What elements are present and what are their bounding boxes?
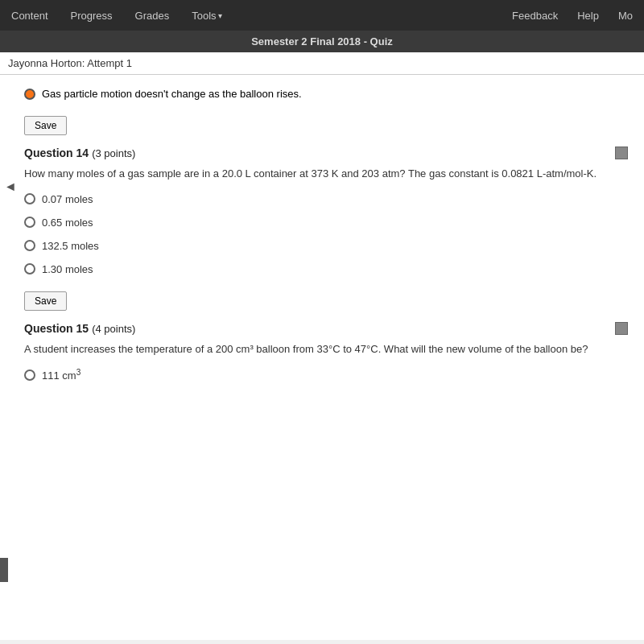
question-15-option-1[interactable]: 111 cm3 [24, 368, 628, 382]
top-navigation: Content Progress Grades Tools ▾ Feedback… [0, 0, 644, 31]
option-label: 0.07 moles [42, 193, 93, 205]
question-15-icon [615, 322, 628, 335]
attempt-label: Jayonna Horton: Attempt 1 [8, 57, 132, 69]
radio-empty-icon[interactable] [24, 193, 35, 204]
question-14-option-4[interactable]: 1.30 moles [24, 263, 628, 275]
question-15-block: Question 15 (4 points) A student increas… [24, 322, 628, 382]
question-14-points: (3 points) [92, 147, 135, 159]
prev-answer-option: Gas particle motion doesn't change as th… [24, 88, 628, 100]
question-15-header: Question 15 (4 points) [24, 322, 628, 335]
radio-empty-icon[interactable] [24, 369, 35, 381]
radio-selected-icon[interactable] [24, 89, 35, 100]
radio-empty-icon[interactable] [24, 263, 35, 275]
option-label: 132.5 moles [42, 240, 99, 252]
question-14-number: Question 14 [24, 147, 89, 159]
left-arrow-icon: ◄ [4, 180, 17, 194]
radio-empty-icon[interactable] [24, 217, 35, 228]
prev-answer-text: Gas particle motion doesn't change as th… [42, 88, 302, 100]
option-label: 111 cm3 [42, 368, 80, 382]
attempt-bar: Jayonna Horton: Attempt 1 [0, 52, 644, 75]
question-15-points: (4 points) [92, 323, 135, 335]
main-content: ◄ Gas particle motion doesn't change as … [0, 75, 644, 640]
question-14-option-2[interactable]: 0.65 moles [24, 217, 628, 229]
question-14-option-1[interactable]: 0.07 moles [24, 193, 628, 205]
nav-content[interactable]: Content [8, 3, 52, 28]
question-14-block: Question 14 (3 points) How many moles of… [24, 147, 628, 275]
option-label: 0.65 moles [42, 217, 93, 229]
save-button-2[interactable]: Save [24, 291, 67, 311]
question-14-icon [615, 147, 628, 159]
subtitle-bar: Semester 2 Final 2018 - Quiz [0, 31, 644, 52]
nav-feedback[interactable]: Feedback [509, 3, 561, 28]
question-14-header: Question 14 (3 points) [24, 147, 628, 159]
option-label: 1.30 moles [42, 263, 93, 275]
question-14-option-3[interactable]: 132.5 moles [24, 240, 628, 252]
radio-empty-icon[interactable] [24, 240, 35, 251]
nav-tools[interactable]: Tools ▾ [188, 3, 225, 28]
nav-more[interactable]: Mo [615, 3, 636, 28]
side-bar-marker [0, 558, 8, 582]
question-15-text: A student increases the temperature of a… [24, 341, 628, 357]
tools-dropdown-arrow: ▾ [218, 11, 222, 20]
question-14-text: How many moles of a gas sample are in a … [24, 166, 628, 182]
question-15-number: Question 15 [24, 322, 89, 335]
nav-progress[interactable]: Progress [68, 3, 116, 28]
save-button-1[interactable]: Save [24, 116, 67, 135]
superscript: 3 [76, 368, 81, 377]
nav-help[interactable]: Help [574, 3, 602, 28]
quiz-title: Semester 2 Final 2018 - Quiz [251, 35, 393, 47]
nav-grades[interactable]: Grades [132, 3, 173, 28]
